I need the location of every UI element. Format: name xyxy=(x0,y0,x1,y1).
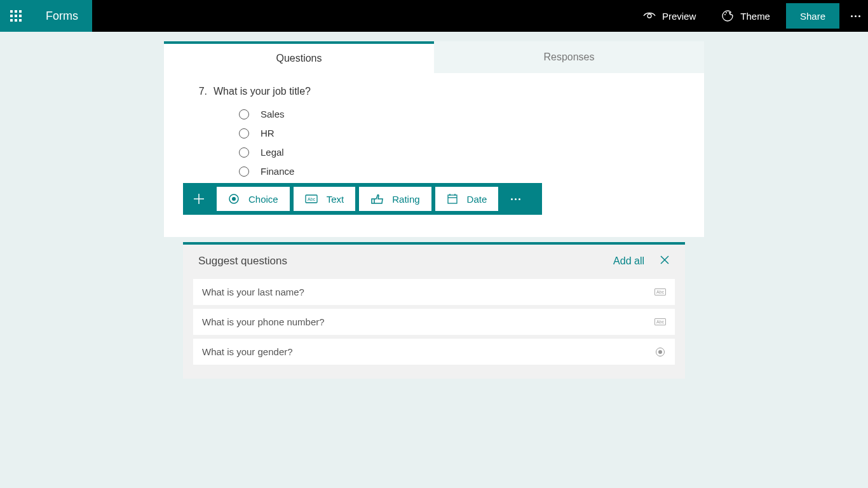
preview-button[interactable]: Preview xyxy=(630,0,709,32)
question-text: What is your job title? xyxy=(214,86,311,97)
close-suggest-button[interactable] xyxy=(660,255,670,268)
svg-text:Abc: Abc xyxy=(308,197,316,201)
add-choice-button[interactable]: Choice xyxy=(217,187,290,211)
app-header: Forms Preview Theme Share xyxy=(0,0,868,32)
suggest-questions-panel: Suggest questions Add all What is your l… xyxy=(183,242,685,379)
option-label: Legal xyxy=(261,147,284,158)
theme-label: Theme xyxy=(740,11,770,22)
text-type-icon: Abc xyxy=(654,287,666,297)
option-label: Sales xyxy=(261,109,285,119)
radio-icon xyxy=(239,128,249,139)
suggest-title: Suggest questions xyxy=(198,255,613,268)
tabs: Questions Responses xyxy=(164,41,704,73)
radio-icon xyxy=(239,166,249,177)
question-options: Sales HR Legal Finance xyxy=(239,109,672,177)
preview-icon xyxy=(643,11,656,20)
option-row[interactable]: Finance xyxy=(239,166,672,177)
suggest-item-label: What is your last name? xyxy=(202,287,654,297)
text-icon: Abc xyxy=(305,194,318,203)
add-choice-label: Choice xyxy=(248,194,278,205)
header-more-button[interactable] xyxy=(843,0,868,32)
app-launcher-button[interactable] xyxy=(0,0,32,32)
question-number: 7. xyxy=(196,86,207,97)
preview-label: Preview xyxy=(662,11,696,22)
add-text-button[interactable]: Abc Text xyxy=(294,187,356,211)
add-text-label: Text xyxy=(327,194,344,205)
option-row[interactable]: Sales xyxy=(239,109,672,119)
questions-content: 7. What is your job title? Sales HR Lega… xyxy=(164,73,704,237)
add-question-button[interactable] xyxy=(183,183,215,215)
svg-rect-10 xyxy=(448,195,457,203)
add-rating-button[interactable]: Rating xyxy=(359,187,431,211)
option-row[interactable]: Legal xyxy=(239,147,672,158)
add-rating-label: Rating xyxy=(392,194,419,205)
option-label: HR xyxy=(261,128,275,139)
svg-point-3 xyxy=(729,12,730,13)
suggest-item[interactable]: What is your phone number? Abc xyxy=(193,309,675,335)
option-row[interactable]: HR xyxy=(239,128,672,139)
rating-icon xyxy=(370,193,383,205)
tab-questions[interactable]: Questions xyxy=(164,41,434,73)
text-type-icon: Abc xyxy=(654,317,666,327)
choice-type-icon xyxy=(654,347,666,357)
plus-icon xyxy=(193,193,205,205)
add-question-toolbar: Choice Abc Text Rating xyxy=(183,183,542,215)
more-icon xyxy=(851,15,860,17)
add-date-label: Date xyxy=(467,194,487,205)
svg-point-0 xyxy=(648,14,651,18)
app-name[interactable]: Forms xyxy=(32,0,92,32)
suggest-item[interactable]: What is your gender? xyxy=(193,339,675,365)
suggest-item[interactable]: What is your last name? Abc xyxy=(193,279,675,305)
add-date-button[interactable]: Date xyxy=(435,187,499,211)
question-block[interactable]: 7. What is your job title? Sales HR Lega… xyxy=(164,86,704,177)
more-icon xyxy=(511,198,520,200)
theme-button[interactable]: Theme xyxy=(709,0,783,32)
radio-icon xyxy=(239,147,249,158)
share-button[interactable]: Share xyxy=(786,3,839,29)
tab-responses[interactable]: Responses xyxy=(434,41,704,73)
choice-icon xyxy=(228,193,240,205)
close-icon xyxy=(660,255,670,265)
share-label: Share xyxy=(800,11,825,22)
form-canvas: Questions Responses 7. What is your job … xyxy=(164,41,704,379)
add-all-button[interactable]: Add all xyxy=(613,255,644,267)
radio-icon xyxy=(239,109,249,119)
add-more-types-button[interactable] xyxy=(500,183,531,215)
suggest-item-label: What is your phone number? xyxy=(202,316,654,327)
date-icon xyxy=(447,193,458,205)
svg-point-7 xyxy=(232,197,236,201)
waffle-icon xyxy=(10,10,22,22)
svg-point-2 xyxy=(726,12,727,13)
svg-point-1 xyxy=(724,14,726,15)
option-label: Finance xyxy=(261,166,294,177)
suggest-item-label: What is your gender? xyxy=(202,346,654,357)
palette-icon xyxy=(721,10,734,22)
